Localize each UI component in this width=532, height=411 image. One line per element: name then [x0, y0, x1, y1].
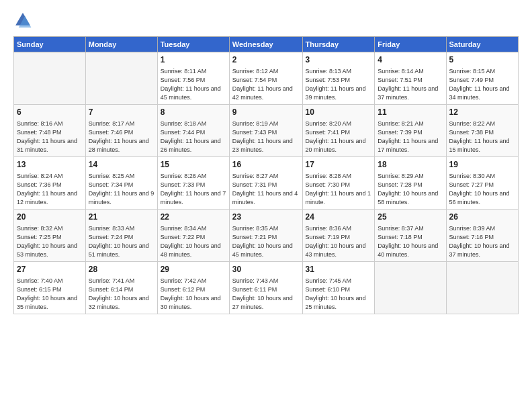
calendar-cell: 16Sunrise: 8:27 AM Sunset: 7:31 PM Dayli…: [229, 156, 302, 209]
day-number: 24: [306, 212, 372, 223]
day-info: Sunrise: 8:30 AM Sunset: 7:27 PM Dayligh…: [449, 172, 515, 207]
calendar-cell: 5Sunrise: 8:15 AM Sunset: 7:49 PM Daylig…: [446, 52, 518, 105]
calendar-body: 1Sunrise: 8:11 AM Sunset: 7:56 PM Daylig…: [14, 52, 519, 314]
day-number: 30: [232, 264, 300, 275]
day-info: Sunrise: 8:39 AM Sunset: 7:16 PM Dayligh…: [449, 224, 515, 259]
calendar-cell: 9Sunrise: 8:19 AM Sunset: 7:43 PM Daylig…: [229, 104, 302, 156]
calendar-cell: [85, 52, 157, 105]
day-info: Sunrise: 8:24 AM Sunset: 7:36 PM Dayligh…: [17, 172, 83, 207]
day-info: Sunrise: 8:17 AM Sunset: 7:46 PM Dayligh…: [89, 120, 154, 154]
day-number: 6: [17, 107, 83, 118]
calendar-cell: 20Sunrise: 8:32 AM Sunset: 7:25 PM Dayli…: [14, 209, 86, 261]
day-info: Sunrise: 8:35 AM Sunset: 7:21 PM Dayligh…: [232, 224, 300, 259]
day-info: Sunrise: 8:13 AM Sunset: 7:53 PM Dayligh…: [306, 67, 372, 102]
day-header-thursday: Thursday: [302, 37, 375, 52]
logo: [13, 11, 35, 30]
day-info: Sunrise: 8:15 AM Sunset: 7:49 PM Dayligh…: [449, 67, 515, 102]
day-number: 13: [17, 159, 83, 171]
day-info: Sunrise: 8:18 AM Sunset: 7:44 PM Dayligh…: [161, 120, 226, 154]
day-number: 29: [161, 264, 226, 275]
calendar-cell: 29Sunrise: 7:42 AM Sunset: 6:12 PM Dayli…: [157, 261, 229, 314]
day-number: 8: [161, 107, 226, 118]
week-row-4: 20Sunrise: 8:32 AM Sunset: 7:25 PM Dayli…: [14, 209, 519, 261]
days-of-week-row: SundayMondayTuesdayWednesdayThursdayFrid…: [14, 37, 519, 52]
calendar-cell: 18Sunrise: 8:29 AM Sunset: 7:28 PM Dayli…: [375, 156, 446, 209]
day-info: Sunrise: 8:34 AM Sunset: 7:22 PM Dayligh…: [161, 224, 226, 259]
calendar-cell: 14Sunrise: 8:25 AM Sunset: 7:34 PM Dayli…: [85, 156, 157, 209]
day-number: 27: [17, 264, 83, 275]
calendar-cell: 1Sunrise: 8:11 AM Sunset: 7:56 PM Daylig…: [157, 52, 229, 105]
calendar-cell: 30Sunrise: 7:43 AM Sunset: 6:11 PM Dayli…: [229, 261, 302, 314]
calendar-cell: 28Sunrise: 7:41 AM Sunset: 6:14 PM Dayli…: [85, 261, 157, 314]
day-number: 23: [232, 212, 300, 223]
day-info: Sunrise: 8:22 AM Sunset: 7:38 PM Dayligh…: [449, 120, 515, 154]
calendar-cell: 11Sunrise: 8:21 AM Sunset: 7:39 PM Dayli…: [375, 104, 446, 156]
day-number: 7: [89, 107, 154, 118]
calendar-cell: 25Sunrise: 8:37 AM Sunset: 7:18 PM Dayli…: [375, 209, 446, 261]
day-number: 3: [306, 54, 372, 66]
day-info: Sunrise: 8:27 AM Sunset: 7:31 PM Dayligh…: [232, 172, 300, 207]
calendar-cell: 2Sunrise: 8:12 AM Sunset: 7:54 PM Daylig…: [229, 52, 302, 105]
day-info: Sunrise: 8:12 AM Sunset: 7:54 PM Dayligh…: [232, 67, 300, 102]
calendar-cell: 27Sunrise: 7:40 AM Sunset: 6:15 PM Dayli…: [14, 261, 86, 314]
day-info: Sunrise: 8:20 AM Sunset: 7:41 PM Dayligh…: [306, 120, 372, 154]
day-header-monday: Monday: [85, 37, 157, 52]
day-info: Sunrise: 8:19 AM Sunset: 7:43 PM Dayligh…: [232, 120, 300, 154]
day-info: Sunrise: 7:45 AM Sunset: 6:10 PM Dayligh…: [306, 277, 372, 312]
week-row-5: 27Sunrise: 7:40 AM Sunset: 6:15 PM Dayli…: [14, 261, 519, 314]
calendar-cell: 22Sunrise: 8:34 AM Sunset: 7:22 PM Dayli…: [157, 209, 229, 261]
day-info: Sunrise: 7:41 AM Sunset: 6:14 PM Dayligh…: [89, 277, 154, 312]
day-number: 22: [161, 212, 226, 223]
day-info: Sunrise: 8:25 AM Sunset: 7:34 PM Dayligh…: [89, 172, 154, 207]
calendar-cell: 7Sunrise: 8:17 AM Sunset: 7:46 PM Daylig…: [85, 104, 157, 156]
calendar-cell: 24Sunrise: 8:36 AM Sunset: 7:19 PM Dayli…: [302, 209, 375, 261]
day-number: 14: [89, 159, 154, 171]
day-info: Sunrise: 8:28 AM Sunset: 7:30 PM Dayligh…: [306, 172, 372, 207]
day-number: 11: [378, 107, 443, 118]
day-number: 21: [89, 212, 154, 223]
calendar-cell: 17Sunrise: 8:28 AM Sunset: 7:30 PM Dayli…: [302, 156, 375, 209]
day-info: Sunrise: 8:14 AM Sunset: 7:51 PM Dayligh…: [378, 67, 443, 102]
calendar-cell: [14, 52, 86, 105]
calendar-cell: 26Sunrise: 8:39 AM Sunset: 7:16 PM Dayli…: [446, 209, 518, 261]
day-number: 28: [89, 264, 154, 275]
day-header-saturday: Saturday: [446, 37, 518, 52]
calendar-cell: 10Sunrise: 8:20 AM Sunset: 7:41 PM Dayli…: [302, 104, 375, 156]
day-number: 18: [378, 159, 443, 171]
day-number: 17: [306, 159, 372, 171]
week-row-2: 6Sunrise: 8:16 AM Sunset: 7:48 PM Daylig…: [14, 104, 519, 156]
day-info: Sunrise: 7:43 AM Sunset: 6:11 PM Dayligh…: [232, 277, 300, 312]
calendar-cell: 13Sunrise: 8:24 AM Sunset: 7:36 PM Dayli…: [14, 156, 86, 209]
day-info: Sunrise: 8:33 AM Sunset: 7:24 PM Dayligh…: [89, 224, 154, 259]
calendar-cell: 23Sunrise: 8:35 AM Sunset: 7:21 PM Dayli…: [229, 209, 302, 261]
calendar-cell: [375, 261, 446, 314]
day-number: 5: [449, 54, 515, 66]
calendar-cell: 3Sunrise: 8:13 AM Sunset: 7:53 PM Daylig…: [302, 52, 375, 105]
page: SundayMondayTuesdayWednesdayThursdayFrid…: [0, 0, 532, 321]
day-number: 20: [17, 212, 83, 223]
day-number: 15: [161, 159, 226, 171]
header: [13, 11, 519, 30]
day-number: 12: [449, 107, 515, 118]
day-header-sunday: Sunday: [14, 37, 86, 52]
calendar: SundayMondayTuesdayWednesdayThursdayFrid…: [13, 36, 519, 314]
day-info: Sunrise: 8:37 AM Sunset: 7:18 PM Dayligh…: [378, 224, 443, 259]
calendar-cell: 6Sunrise: 8:16 AM Sunset: 7:48 PM Daylig…: [14, 104, 86, 156]
calendar-cell: 8Sunrise: 8:18 AM Sunset: 7:44 PM Daylig…: [157, 104, 229, 156]
calendar-cell: 15Sunrise: 8:26 AM Sunset: 7:33 PM Dayli…: [157, 156, 229, 209]
day-number: 19: [449, 159, 515, 171]
calendar-cell: 31Sunrise: 7:45 AM Sunset: 6:10 PM Dayli…: [302, 261, 375, 314]
day-info: Sunrise: 7:40 AM Sunset: 6:15 PM Dayligh…: [17, 277, 83, 312]
calendar-cell: 19Sunrise: 8:30 AM Sunset: 7:27 PM Dayli…: [446, 156, 518, 209]
day-number: 9: [232, 107, 300, 118]
week-row-1: 1Sunrise: 8:11 AM Sunset: 7:56 PM Daylig…: [14, 52, 519, 105]
day-info: Sunrise: 8:36 AM Sunset: 7:19 PM Dayligh…: [306, 224, 372, 259]
day-header-wednesday: Wednesday: [229, 37, 302, 52]
day-number: 25: [378, 212, 443, 223]
day-info: Sunrise: 8:11 AM Sunset: 7:56 PM Dayligh…: [161, 67, 226, 102]
day-info: Sunrise: 8:26 AM Sunset: 7:33 PM Dayligh…: [161, 172, 226, 207]
day-number: 31: [306, 264, 372, 275]
day-info: Sunrise: 8:32 AM Sunset: 7:25 PM Dayligh…: [17, 224, 83, 259]
day-header-friday: Friday: [375, 37, 446, 52]
day-number: 26: [449, 212, 515, 223]
